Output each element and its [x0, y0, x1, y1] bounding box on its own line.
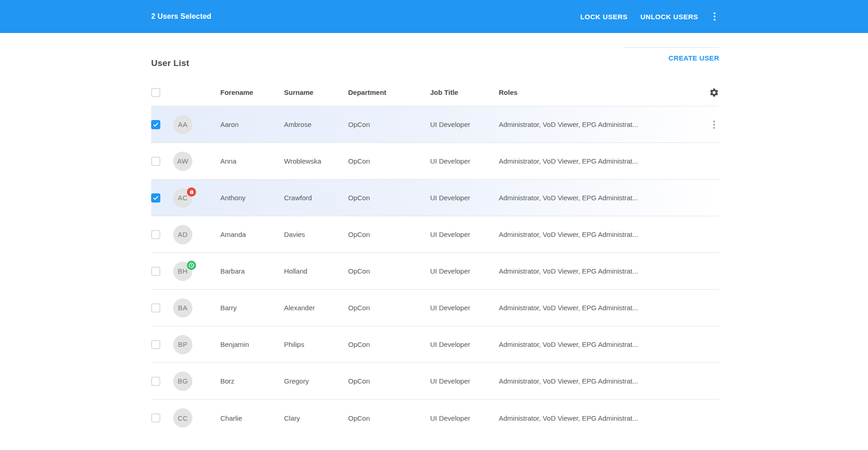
search-input[interactable] — [624, 36, 719, 48]
table-row[interactable]: AD Amanda Davies OpCon UI Developer Admi… — [151, 216, 719, 253]
cell-roles: Administrator, VoD Viewer, EPG Administr… — [499, 267, 709, 275]
cell-surname: Ambrose — [284, 121, 348, 128]
cell-roles: Administrator, VoD Viewer, EPG Administr… — [499, 230, 709, 238]
cell-job-title: UI Developer — [430, 194, 499, 202]
lock-users-button[interactable]: LOCK USERS — [580, 9, 628, 24]
avatar-initials: BP — [178, 340, 187, 348]
more-actions-icon[interactable] — [710, 10, 719, 23]
row-checkbox[interactable] — [151, 413, 160, 423]
cell-job-title: UI Developer — [430, 157, 499, 165]
row-checkbox[interactable] — [151, 193, 160, 203]
avatar-initials: CC — [178, 414, 188, 422]
cell-surname: Davies — [284, 230, 348, 238]
column-header-job-title: Job Title — [430, 88, 499, 96]
clock-badge-icon — [187, 261, 196, 270]
cell-job-title: UI Developer — [430, 267, 499, 275]
column-header-department: Department — [348, 88, 430, 96]
row-checkbox[interactable] — [151, 230, 160, 239]
table-settings-button[interactable] — [709, 88, 719, 98]
avatar-initials: AW — [177, 157, 189, 165]
cell-forename: Borz — [220, 377, 284, 385]
avatar-initials: BH — [178, 267, 188, 275]
table-row[interactable]: BH Barbara Holland OpCon UI Developer Ad… — [151, 253, 719, 290]
cell-roles: Administrator, VoD Viewer, EPG Administr… — [499, 304, 709, 312]
avatar: BP — [173, 335, 192, 354]
avatar: BG — [173, 372, 192, 391]
avatar: AC — [173, 188, 192, 208]
cell-roles: Administrator, VoD Viewer, EPG Administr… — [499, 121, 709, 128]
row-actions-icon[interactable] — [709, 118, 719, 131]
cell-surname: Holland — [284, 267, 348, 275]
cell-forename: Anna — [220, 157, 284, 165]
avatar: AA — [173, 115, 192, 134]
table-row[interactable]: BP Benjamin Philips OpCon UI Developer A… — [151, 326, 719, 363]
avatar: BH — [173, 262, 192, 281]
cell-surname: Gregory — [284, 377, 348, 385]
gear-icon — [709, 88, 719, 98]
row-checkbox[interactable] — [151, 340, 160, 349]
cell-surname: Clary — [284, 414, 348, 422]
cell-surname: Philips — [284, 340, 348, 348]
row-checkbox[interactable] — [151, 303, 160, 313]
cell-roles: Administrator, VoD Viewer, EPG Administr… — [499, 414, 709, 422]
cell-roles: Administrator, VoD Viewer, EPG Administr… — [499, 377, 709, 385]
column-header-surname: Surname — [284, 88, 348, 96]
cell-surname: Crawford — [284, 194, 348, 202]
avatar: BA — [173, 298, 192, 318]
column-header-forename: Forename — [220, 88, 284, 96]
table-row[interactable]: BG Borz Gregory OpCon UI Developer Admin… — [151, 363, 719, 400]
cell-forename: Charlie — [220, 414, 284, 422]
avatar-initials: AD — [178, 230, 188, 238]
cell-department: OpCon — [348, 340, 430, 348]
table-row[interactable]: AW Anna Wroblewska OpCon UI Developer Ad… — [151, 143, 719, 180]
cell-department: OpCon — [348, 377, 430, 385]
cell-roles: Administrator, VoD Viewer, EPG Administr… — [499, 157, 709, 165]
avatar: AD — [173, 225, 192, 244]
row-checkbox[interactable] — [151, 267, 160, 276]
selection-action-bar: 2 Users Selected LOCK USERS UNLOCK USERS — [0, 0, 868, 33]
cell-roles: Administrator, VoD Viewer, EPG Administr… — [499, 340, 709, 348]
cell-roles: Administrator, VoD Viewer, EPG Administr… — [499, 194, 709, 202]
locked-badge-icon — [187, 187, 196, 197]
cell-forename: Anthony — [220, 194, 284, 202]
avatar-initials: AA — [178, 121, 187, 128]
table-row[interactable]: BA Barry Alexander OpCon UI Developer Ad… — [151, 290, 719, 326]
create-user-button[interactable]: CREATE USER — [668, 54, 719, 62]
cell-department: OpCon — [348, 230, 430, 238]
cell-job-title: UI Developer — [430, 121, 499, 128]
cell-surname: Alexander — [284, 304, 348, 312]
avatar-initials: AC — [178, 194, 188, 202]
cell-department: OpCon — [348, 157, 430, 165]
avatar-initials: BG — [178, 377, 188, 385]
table-row[interactable]: AC Anthony Crawford OpCon UI Developer A… — [151, 180, 719, 216]
cell-job-title: UI Developer — [430, 304, 499, 312]
avatar: CC — [173, 408, 192, 428]
cell-job-title: UI Developer — [430, 230, 499, 238]
cell-department: OpCon — [348, 121, 430, 128]
cell-department: OpCon — [348, 267, 430, 275]
table-row[interactable]: AA Aaron Ambrose OpCon UI Developer Admi… — [151, 106, 719, 143]
row-checkbox[interactable] — [151, 377, 160, 386]
user-table: Forename Surname Department Job Title Ro… — [151, 79, 719, 436]
avatar-initials: BA — [178, 304, 187, 312]
page-title: User List — [151, 58, 189, 68]
table-row[interactable]: CC Charlie Clary OpCon UI Developer Admi… — [151, 400, 719, 436]
avatar: AW — [173, 152, 192, 171]
user-table-header: Forename Surname Department Job Title Ro… — [151, 79, 719, 106]
cell-job-title: UI Developer — [430, 377, 499, 385]
cell-forename: Barry — [220, 304, 284, 312]
cell-forename: Aaron — [220, 121, 284, 128]
cell-forename: Benjamin — [220, 340, 284, 348]
cell-department: OpCon — [348, 414, 430, 422]
user-table-body: AA Aaron Ambrose OpCon UI Developer Admi… — [151, 106, 719, 436]
cell-surname: Wroblewska — [284, 157, 348, 165]
cell-department: OpCon — [348, 304, 430, 312]
cell-job-title: UI Developer — [430, 414, 499, 422]
select-all-checkbox[interactable] — [151, 88, 160, 97]
row-checkbox[interactable] — [151, 157, 160, 166]
row-checkbox[interactable] — [151, 120, 160, 129]
selection-count-label: 2 Users Selected — [151, 12, 211, 21]
column-header-roles: Roles — [499, 88, 709, 96]
unlock-users-button[interactable]: UNLOCK USERS — [640, 9, 698, 24]
cell-forename: Barbara — [220, 267, 284, 275]
